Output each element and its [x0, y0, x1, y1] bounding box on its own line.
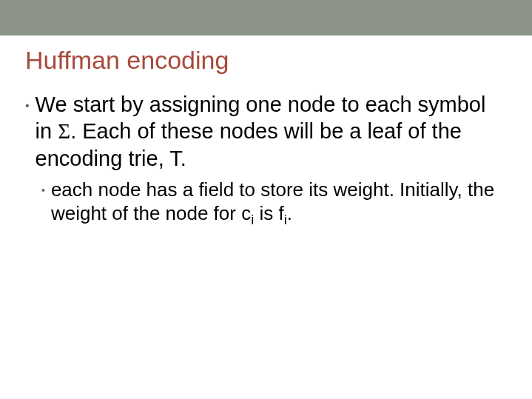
- bullet-level-1: • We start by assigning one node to each…: [25, 91, 507, 172]
- bullet-level-2: • each node has a field to store its wei…: [41, 178, 507, 229]
- bullet-dot-icon: •: [25, 98, 30, 113]
- slide-top-bar: [0, 0, 532, 36]
- bullet-l2-mid: is f: [254, 202, 283, 224]
- slide-title: Huffman encoding: [25, 46, 507, 75]
- slide-content: Huffman encoding • We start by assigning…: [0, 46, 532, 229]
- sigma-symbol: Σ: [58, 119, 70, 143]
- bullet-l2-post: .: [287, 202, 292, 224]
- bullet-dot-icon: •: [41, 184, 45, 198]
- bullet-l2-text: each node has a field to store its weigh…: [51, 178, 507, 229]
- bullet-l1-text: We start by assigning one node to each s…: [36, 91, 507, 172]
- bullet-l1-post: . Each of these nodes will be a leaf of …: [36, 119, 462, 170]
